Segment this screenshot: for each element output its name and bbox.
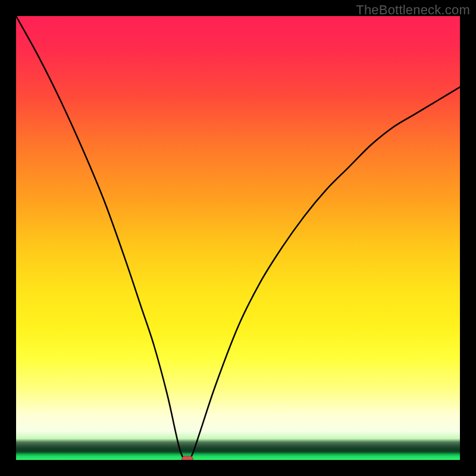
- optimal-point-marker: [181, 456, 193, 460]
- chart-frame: TheBottleneck.com: [0, 0, 476, 476]
- watermark-text: TheBottleneck.com: [356, 2, 470, 18]
- plot-area: [16, 16, 460, 460]
- bottleneck-curve: [16, 16, 460, 460]
